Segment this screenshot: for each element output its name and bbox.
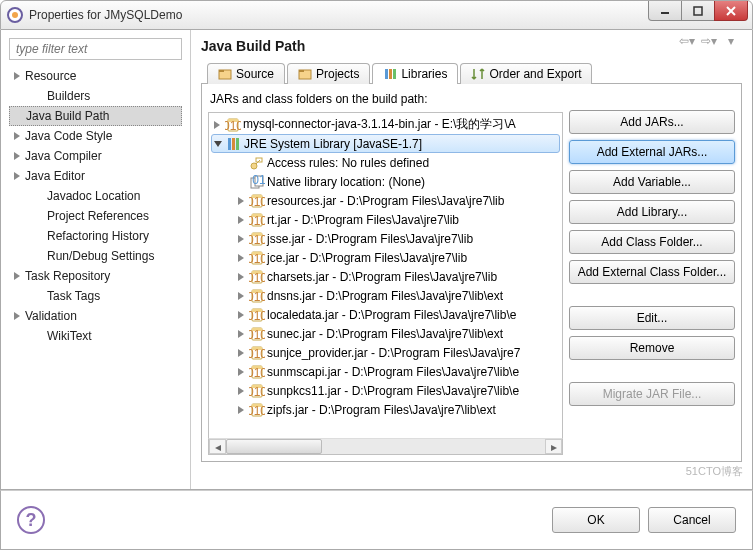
svg-text:010: 010	[249, 195, 265, 209]
add-external-class-folder-button[interactable]: Add External Class Folder...	[569, 260, 735, 284]
nav-arrows: ⇦▾ ⇨▾ ▾	[678, 34, 740, 48]
tree-item[interactable]: Run/Debug Settings	[9, 246, 182, 266]
scroll-right-icon[interactable]: ▸	[545, 439, 562, 454]
list-item[interactable]: 010jsse.jar - D:\Program Files\Java\jre7…	[209, 229, 562, 248]
list-item[interactable]: 010jce.jar - D:\Program Files\Java\jre7\…	[209, 248, 562, 267]
ok-button[interactable]: OK	[552, 507, 640, 533]
back-icon[interactable]: ⇦▾	[678, 34, 696, 48]
tab-order-and-export[interactable]: Order and Export	[460, 63, 592, 84]
list-item[interactable]: 010sunjce_provider.jar - D:\Program File…	[209, 343, 562, 362]
svg-text:010: 010	[249, 290, 265, 304]
svg-marker-6	[14, 72, 20, 80]
tree-item[interactable]: Builders	[9, 86, 182, 106]
jar-icon: 010	[249, 345, 265, 361]
svg-text:010: 010	[249, 214, 265, 228]
svg-marker-10	[14, 272, 20, 280]
svg-rect-26	[236, 138, 239, 150]
tree-item[interactable]: Validation	[9, 306, 182, 326]
tab-libraries[interactable]: Libraries	[372, 63, 458, 84]
tree-item[interactable]: Java Build Path	[9, 106, 182, 126]
titlebar: Properties for JMySQLDemo	[0, 0, 753, 30]
scroll-left-icon[interactable]: ◂	[209, 439, 226, 454]
add-external-jars-button[interactable]: Add External JARs...	[569, 140, 735, 164]
tree-item[interactable]: Java Code Style	[9, 126, 182, 146]
svg-rect-24	[228, 138, 231, 150]
maximize-button[interactable]	[681, 1, 715, 21]
svg-marker-45	[238, 254, 244, 262]
list-item[interactable]: Access rules: No rules defined	[209, 153, 562, 172]
svg-text:010: 010	[249, 309, 265, 323]
close-button[interactable]	[714, 1, 748, 21]
native-icon: 01	[249, 174, 265, 190]
tree-item[interactable]: Resource	[9, 66, 182, 86]
tab-source[interactable]: Source	[207, 63, 285, 84]
tree-item[interactable]: Project References	[9, 206, 182, 226]
filter-input[interactable]	[9, 38, 182, 60]
classpath-list[interactable]: 010mysql-connector-java-3.1.14-bin.jar -…	[208, 112, 563, 439]
jar-icon: 010	[249, 250, 265, 266]
list-item[interactable]: 010mysql-connector-java-3.1.14-bin.jar -…	[209, 115, 562, 134]
tree-item[interactable]: Task Tags	[9, 286, 182, 306]
tab-projects[interactable]: Projects	[287, 63, 370, 84]
list-item[interactable]: 010zipfs.jar - D:\Program Files\Java\jre…	[209, 400, 562, 419]
list-item[interactable]: 010dnsns.jar - D:\Program Files\Java\jre…	[209, 286, 562, 305]
svg-marker-73	[238, 387, 244, 395]
tree-item[interactable]: WikiText	[9, 326, 182, 346]
list-item[interactable]: 010resources.jar - D:\Program Files\Java…	[209, 191, 562, 210]
tree-item[interactable]: Java Editor	[9, 166, 182, 186]
list-item[interactable]: 010sunec.jar - D:\Program Files\Java\jre…	[209, 324, 562, 343]
add-variable-button[interactable]: Add Variable...	[569, 170, 735, 194]
tree-item[interactable]: Java Compiler	[9, 146, 182, 166]
svg-marker-65	[238, 349, 244, 357]
forward-icon[interactable]: ⇨▾	[700, 34, 718, 48]
list-item[interactable]: 010sunpkcs11.jar - D:\Program Files\Java…	[209, 381, 562, 400]
menu-icon[interactable]: ▾	[722, 34, 740, 48]
svg-marker-8	[14, 152, 20, 160]
app-icon	[7, 7, 23, 23]
list-item[interactable]: JRE System Library [JavaSE-1.7]	[211, 134, 560, 153]
edit-button[interactable]: Edit...	[569, 306, 735, 330]
svg-rect-25	[232, 138, 235, 150]
svg-marker-19	[214, 121, 220, 129]
svg-marker-49	[238, 273, 244, 281]
jar-icon: 010	[249, 402, 265, 418]
svg-text:010: 010	[249, 328, 265, 342]
svg-text:010: 010	[249, 347, 265, 361]
add-library-button[interactable]: Add Library...	[569, 200, 735, 224]
projects-folder-icon	[298, 67, 312, 81]
horizontal-scrollbar[interactable]: ◂ ▸	[208, 438, 563, 455]
add-class-folder-button[interactable]: Add Class Folder...	[569, 230, 735, 254]
list-item[interactable]: 010charsets.jar - D:\Program Files\Java\…	[209, 267, 562, 286]
svg-marker-53	[238, 292, 244, 300]
cancel-button[interactable]: Cancel	[648, 507, 736, 533]
tabs: SourceProjectsLibrariesOrder and Export	[201, 62, 742, 84]
remove-button[interactable]: Remove	[569, 336, 735, 360]
svg-rect-18	[393, 69, 396, 79]
svg-marker-77	[238, 406, 244, 414]
svg-marker-11	[14, 312, 20, 320]
jar-icon: 010	[249, 383, 265, 399]
add-jars-button[interactable]: Add JARs...	[569, 110, 735, 134]
minimize-button[interactable]	[648, 1, 682, 21]
svg-marker-69	[238, 368, 244, 376]
help-icon[interactable]: ?	[17, 506, 45, 534]
svg-rect-17	[389, 69, 392, 79]
svg-text:010: 010	[249, 366, 265, 380]
svg-marker-61	[238, 330, 244, 338]
lib-icon	[226, 136, 242, 152]
category-tree[interactable]: ResourceBuildersJava Build PathJava Code…	[9, 66, 182, 346]
list-item[interactable]: 010localedata.jar - D:\Program Files\Jav…	[209, 305, 562, 324]
list-item[interactable]: 010sunmscapi.jar - D:\Program Files\Java…	[209, 362, 562, 381]
list-item[interactable]: 01Native library location: (None)	[209, 172, 562, 191]
jar-icon: 010	[249, 288, 265, 304]
section-title: Java Build Path	[201, 38, 742, 54]
tree-item[interactable]: Refactoring History	[9, 226, 182, 246]
tree-item[interactable]: Task Repository	[9, 266, 182, 286]
scroll-thumb[interactable]	[226, 439, 322, 454]
jar-icon: 010	[249, 231, 265, 247]
svg-marker-41	[238, 235, 244, 243]
order-icon	[471, 67, 485, 81]
left-panel: ResourceBuildersJava Build PathJava Code…	[1, 30, 191, 489]
list-item[interactable]: 010rt.jar - D:\Program Files\Java\jre7\l…	[209, 210, 562, 229]
tree-item[interactable]: Javadoc Location	[9, 186, 182, 206]
